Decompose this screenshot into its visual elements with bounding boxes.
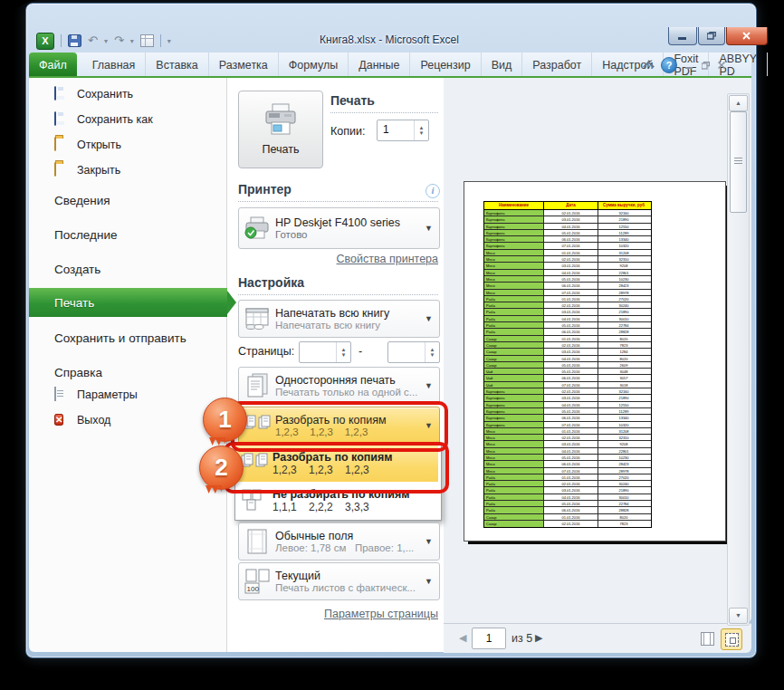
cell-date: 04.01.2016 — [544, 224, 598, 229]
sidebar-item-print-selected[interactable]: Печать — [29, 288, 227, 317]
margins-dropdown[interactable]: Обычные поля Левое: 1,78 см Правое: 1,..… — [238, 522, 440, 561]
pages-to-stepper[interactable]: ▲▼ — [387, 341, 440, 363]
table-row: Картофель 05.01.2016 11289 — [484, 230, 651, 236]
page-total-label: из 5 — [512, 632, 532, 645]
printer-info: HP Deskjet F4100 series Готово — [275, 216, 425, 240]
table-row: Рыба 02.01.2016 30240 — [484, 302, 651, 309]
margins-title: Обычные поля — [275, 530, 425, 542]
scroll-up-icon[interactable]: ▲ — [729, 95, 748, 111]
cell-name: Сахар — [484, 362, 544, 368]
save-icon[interactable] — [68, 34, 81, 47]
scroll-down-icon[interactable]: ▼ — [729, 608, 748, 624]
cell-sum: 27020 — [598, 474, 649, 480]
cell-date: 01.01.2016 — [544, 296, 598, 302]
cell-sum: 8020 — [598, 356, 649, 361]
previous-page-icon[interactable]: ◀ — [459, 632, 466, 644]
printer-dropdown[interactable]: HP Deskjet F4100 series Готово ▼ — [238, 207, 440, 249]
close-button[interactable] — [726, 27, 768, 45]
printer-icon — [262, 103, 300, 138]
sidebar-item-new[interactable]: Создать — [54, 261, 100, 277]
cell-name: Мясо — [484, 455, 544, 460]
cell-sum: 11289 — [598, 230, 649, 235]
minimize-ribbon-icon[interactable] — [643, 61, 655, 72]
sidebar-item-options[interactable]: Параметры — [54, 387, 138, 403]
cell-name: Картофель — [484, 402, 544, 407]
scrollbar-thumb[interactable] — [730, 111, 747, 213]
chevron-down-icon: ▼ — [425, 314, 439, 323]
zoom-to-page-button[interactable] — [721, 628, 742, 650]
copies-stepper[interactable]: 1 ▲▼ — [377, 120, 429, 141]
cell-date: 01.01.2016 — [544, 514, 598, 520]
divider — [238, 294, 438, 295]
sidebar-item-info[interactable]: Сведения — [54, 192, 110, 208]
ribbon-tab[interactable]: Вставка — [146, 53, 208, 76]
cell-name: Рыба — [484, 329, 544, 334]
printer-properties-link[interactable]: Свойства принтера — [238, 253, 438, 265]
minimize-button[interactable] — [668, 27, 697, 45]
cell-date: 01.01.2016 — [544, 474, 598, 480]
redo-dropdown-icon[interactable]: ▾ — [130, 37, 134, 45]
preview-table-body: Картофель 02.01.2016 32160 Картофель 03.… — [484, 210, 651, 527]
cell-sum: 21890 — [598, 395, 649, 400]
ribbon-tab[interactable]: Главная — [82, 53, 147, 76]
cell-name: Рыба — [484, 501, 544, 506]
ribbon-tab[interactable]: Разметка — [209, 53, 279, 76]
sidebar-item-label: Сохранить — [77, 88, 133, 101]
scaling-dropdown[interactable]: 100 Текущий Печать листов с фактическ...… — [238, 562, 440, 600]
sidebar-item-save-as[interactable]: Сохранить как — [54, 111, 153, 128]
undo-dropdown-icon[interactable]: ▾ — [104, 37, 108, 45]
current-page-input[interactable]: 1 — [472, 628, 506, 649]
cell-sum: 3048 — [598, 369, 649, 374]
pages-from-stepper[interactable]: ▲▼ — [299, 341, 351, 363]
ribbon-tab[interactable]: Данные — [349, 53, 410, 76]
ribbon-tab[interactable]: Формулы — [279, 53, 349, 76]
print-scope-dropdown[interactable]: Напечатать всю книгу Напечатать всю книг… — [238, 300, 440, 338]
chevron-down-icon: ▼ — [425, 381, 439, 390]
stepper-arrows[interactable]: ▲▼ — [336, 342, 350, 362]
ribbon-tab[interactable]: Файл — [29, 53, 77, 76]
undo-icon[interactable]: ↶ — [88, 34, 98, 48]
sidebar-item-save[interactable]: Сохранить — [54, 86, 133, 102]
stepper-arrows[interactable]: ▲▼ — [414, 120, 428, 140]
cell-name: Мясо — [484, 256, 544, 262]
stepper-arrows[interactable]: ▲▼ — [425, 342, 439, 362]
sidebar-item-close[interactable]: Закрыть — [54, 162, 120, 178]
ribbon-tab[interactable]: Разработ — [522, 53, 592, 76]
divider — [61, 34, 62, 47]
callout-2: 2 — [199, 446, 244, 490]
customize-qat-icon[interactable]: ▾ — [167, 37, 171, 45]
preview-scrollbar[interactable]: ▲ ▼ — [727, 93, 750, 626]
excel-app-icon[interactable]: X — [36, 33, 54, 50]
next-page-icon[interactable]: ▶ — [535, 632, 542, 644]
workbook-restore-icon[interactable] — [702, 62, 710, 70]
sidebar-item-open[interactable]: Открыть — [54, 137, 121, 153]
cell-name: Рыба — [484, 481, 544, 486]
table-row: Мясо 03.01.2016 9208 — [484, 441, 651, 447]
print-button[interactable]: Печать — [238, 91, 323, 168]
restore-button[interactable] — [698, 27, 725, 45]
sidebar-item-exit[interactable]: ✕ Выход — [54, 412, 110, 428]
ribbon-tab[interactable]: Рецензир — [410, 53, 481, 76]
printer-info-icon[interactable]: i — [425, 184, 440, 198]
show-margins-button[interactable] — [697, 628, 717, 648]
sidebar-item-save-send[interactable]: Сохранить и отправить — [54, 330, 186, 346]
duplex-dropdown[interactable]: Односторонняя печать Печатать только на … — [238, 367, 440, 405]
workbook-minimize-icon[interactable] — [685, 62, 693, 70]
table-row: Мясо 06.01.2016 28423 — [484, 283, 651, 289]
cell-sum: 28423 — [598, 283, 649, 288]
duplex-text: Односторонняя печать Печатать только на … — [275, 374, 425, 398]
ribbon-tab[interactable]: Вид — [482, 53, 523, 76]
help-icon[interactable]: ? — [661, 57, 677, 73]
down-arrow-icon: ▼ — [419, 130, 425, 136]
cell-sum: 9208 — [598, 441, 649, 446]
print-preview-icon[interactable] — [140, 34, 154, 47]
sidebar-item-recent[interactable]: Последние — [54, 226, 117, 243]
page-setup-link[interactable]: Параметры страницы — [238, 608, 438, 620]
cell-name: Мясо — [484, 461, 544, 466]
redo-icon[interactable]: ↷ — [114, 34, 124, 48]
sidebar-item-help[interactable]: Справка — [54, 364, 102, 380]
workbook-close-icon[interactable] — [718, 62, 726, 70]
cell-name: Рыба — [484, 296, 544, 302]
cell-name: Мясо — [484, 250, 544, 255]
cell-date: 03.01.2016 — [544, 441, 598, 446]
